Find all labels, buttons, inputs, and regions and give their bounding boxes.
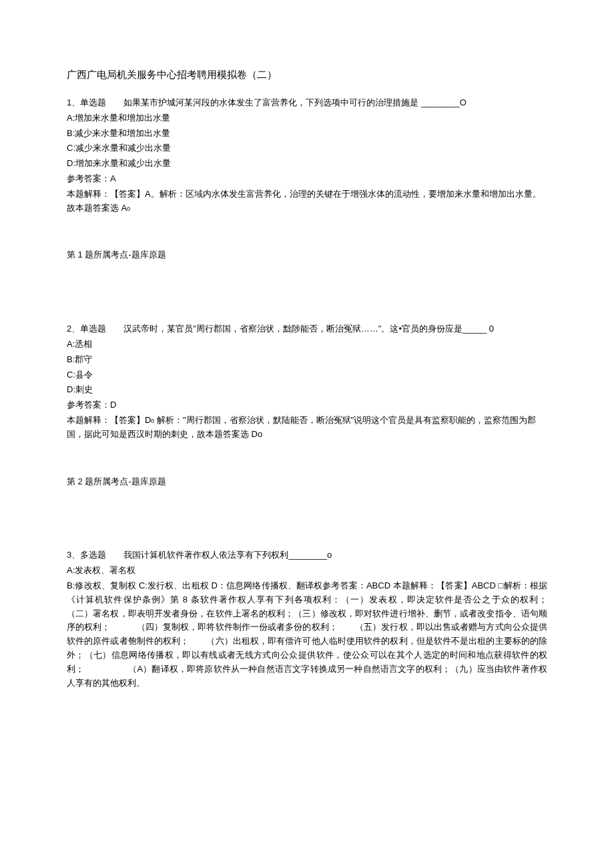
q1-source: 第 1 题所属考点-题库原题	[67, 248, 547, 262]
q1-option-d: D:增加来水量和减少出水量	[67, 157, 547, 171]
q2-option-d: D:刺史	[67, 383, 547, 397]
q3-body: B:修改权、复制权 C:发行权、出租权 D：信息网络传播权、翻译权参考答案：AB…	[67, 579, 547, 690]
q1-explanation: 本题解释：【答案】A。解析：区域内水体发生富营养化，治理的关键在于增强水体的流动…	[67, 187, 547, 215]
q2-explanation: 本题解释：【答案】D₀ 解析："周行郡国，省察治状，默陆能否，断治冤狱"说明这个…	[67, 414, 547, 442]
q3-option-a: A:发表权、署名权	[67, 564, 547, 578]
q1-option-a: A:增加来水量和增加出水量	[67, 111, 547, 125]
q2-answer: 参考答案：D	[67, 398, 547, 412]
q2-source: 第 2 题所属考点-题库原题	[67, 475, 547, 489]
q1-option-c: C:减少来水量和减少出水量	[67, 141, 547, 155]
document-title: 广西广电局机关服务中心招考聘用模拟卷（二）	[67, 67, 547, 83]
q1-stem: 1、单选题 如果某市护城河某河段的水体发生了富营养化，下列选项中可行的治理措施是…	[67, 96, 547, 110]
q2-stem: 2、单选题 汉武帝时，某官员"周行郡国，省察治状，黜陟能否，断治冤狱……"。这•…	[67, 322, 547, 336]
q2-option-c: C:县令	[67, 368, 547, 382]
question-1: 1、单选题 如果某市护城河某河段的水体发生了富营养化，下列选项中可行的治理措施是…	[67, 96, 547, 215]
question-3: 3、多选题 我国计算机软件著作权人依法享有下列权利________o A:发表权…	[67, 548, 547, 690]
q1-option-b: B:减少来水量和增加出水量	[67, 127, 547, 141]
q2-option-a: A:丞相	[67, 338, 547, 352]
question-2: 2、单选题 汉武帝时，某官员"周行郡国，省察治状，黜陟能否，断治冤狱……"。这•…	[67, 322, 547, 441]
q1-answer: 参考答案：A	[67, 172, 547, 186]
q3-stem: 3、多选题 我国计算机软件著作权人依法享有下列权利________o	[67, 548, 547, 562]
q2-option-b: B:郡守	[67, 353, 547, 367]
